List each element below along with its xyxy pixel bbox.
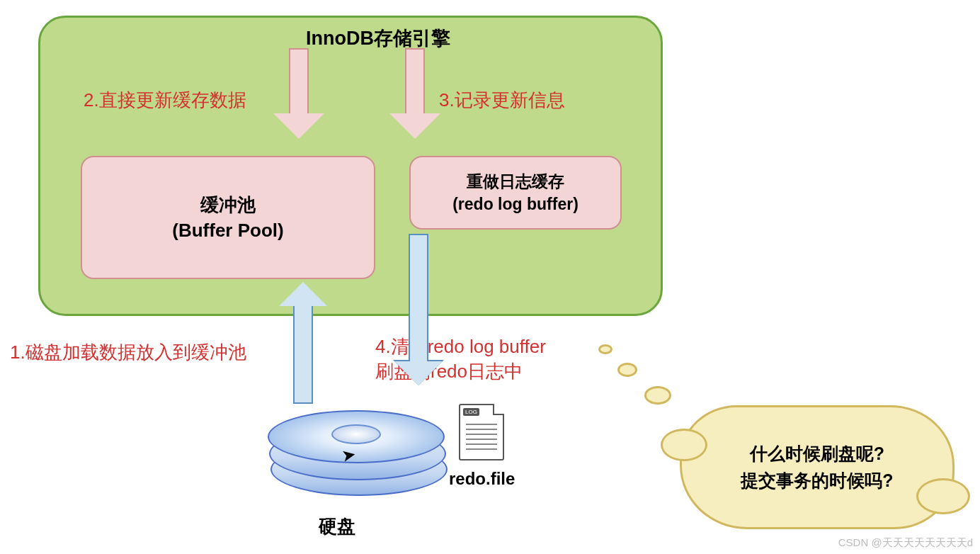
arrow-to-buffer-pool [273,48,324,139]
watermark: CSDN @天天天天天天天天d [838,536,973,550]
step-2-label: 2.直接更新缓存数据 [84,88,246,113]
step-3-label: 3.记录更新信息 [439,88,565,113]
redo-file-icon: LOG [459,404,504,460]
arrow-buffer-to-file [394,234,443,385]
redo-file-label: redo.file [449,469,515,489]
buffer-pool-sub: (Buffer Pool) [172,217,283,243]
arrow-disk-to-pool [279,282,327,404]
redo-buffer-sub: (redo log buffer) [452,193,579,215]
disk-label: 硬盘 [319,514,355,539]
diagram-canvas: InnoDB存储引擎 2.直接更新缓存数据 3.记录更新信息 1.磁盘加载数据放… [0,0,980,554]
file-tag: LOG [463,408,479,416]
arrow-to-redo-buffer [389,48,440,139]
thought-bubble-dot-1 [644,386,671,405]
thought-line1: 什么时候刷盘呢? [750,441,884,468]
step-1-label: 1.磁盘加载数据放入到缓冲池 [10,340,246,365]
redo-log-buffer-box: 重做日志缓存 (redo log buffer) [409,156,622,230]
redo-buffer-title: 重做日志缓存 [467,170,564,193]
disk-icon [268,400,450,507]
thought-bubble-dot-2 [617,363,637,377]
engine-title: InnoDB存储引擎 [306,26,450,51]
buffer-pool-title: 缓冲池 [200,192,256,217]
buffer-pool-box: 缓冲池 (Buffer Pool) [81,156,375,279]
thought-bubble-dot-3 [598,344,612,354]
thought-cloud: 什么时候刷盘呢? 提交事务的时候吗? [680,405,955,529]
thought-line2: 提交事务的时候吗? [741,468,893,494]
